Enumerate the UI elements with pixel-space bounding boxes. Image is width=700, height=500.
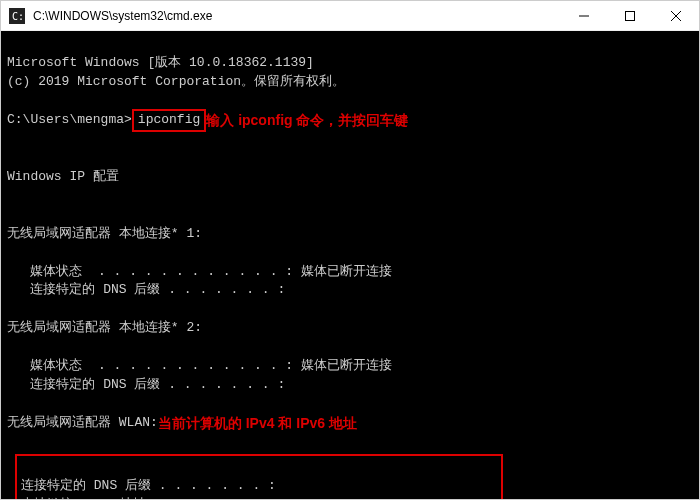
titlebar: C: C:\WINDOWS\system32\cmd.exe <box>1 1 699 31</box>
ip-info-highlight-box: 连接特定的 DNS 后缀 . . . . . . . : 本地链接 IPv6 地… <box>15 454 503 499</box>
prompt: C:\Users\mengma> <box>7 111 132 130</box>
svg-rect-3 <box>626 11 635 20</box>
adapter2-media: 媒体状态 . . . . . . . . . . . . : 媒体已断开连接 <box>7 358 392 373</box>
window-controls <box>561 1 699 31</box>
command-text: ipconfig <box>138 112 200 127</box>
wlan-ipv6: 本地链接 IPv6 地址. . . . . . . . : fe80::3caa… <box>21 497 497 499</box>
annotation-ipv4-ipv6: 当前计算机的 IPv4 和 IPv6 地址 <box>158 413 357 433</box>
window-title: C:\WINDOWS\system32\cmd.exe <box>33 9 561 23</box>
adapter1-title: 无线局域网适配器 本地连接* 1: <box>7 226 202 241</box>
adapter1-media: 媒体状态 . . . . . . . . . . . . : 媒体已断开连接 <box>7 264 392 279</box>
adapter2-title: 无线局域网适配器 本地连接* 2: <box>7 320 202 335</box>
terminal-output[interactable]: Microsoft Windows [版本 10.0.18362.1139] (… <box>1 31 699 499</box>
adapter3-title: 无线局域网适配器 WLAN: <box>7 414 158 433</box>
ipconfig-heading: Windows IP 配置 <box>7 169 119 184</box>
command-highlight-box: ipconfig <box>132 109 206 132</box>
version-line: Microsoft Windows [版本 10.0.18362.1139] <box>7 55 314 70</box>
adapter1-dns: 连接特定的 DNS 后缀 . . . . . . . : <box>7 282 285 297</box>
close-button[interactable] <box>653 1 699 31</box>
wlan-dns: 连接特定的 DNS 后缀 . . . . . . . : <box>21 478 276 493</box>
svg-text:C:: C: <box>12 11 24 22</box>
adapter2-dns: 连接特定的 DNS 后缀 . . . . . . . : <box>7 377 285 392</box>
minimize-button[interactable] <box>561 1 607 31</box>
copyright-line: (c) 2019 Microsoft Corporation。保留所有权利。 <box>7 74 345 89</box>
cmd-window: C: C:\WINDOWS\system32\cmd.exe Microsoft… <box>0 0 700 500</box>
maximize-button[interactable] <box>607 1 653 31</box>
annotation-command: 输入 ipconfig 命令，并按回车键 <box>206 110 408 130</box>
cmd-icon: C: <box>9 8 25 24</box>
